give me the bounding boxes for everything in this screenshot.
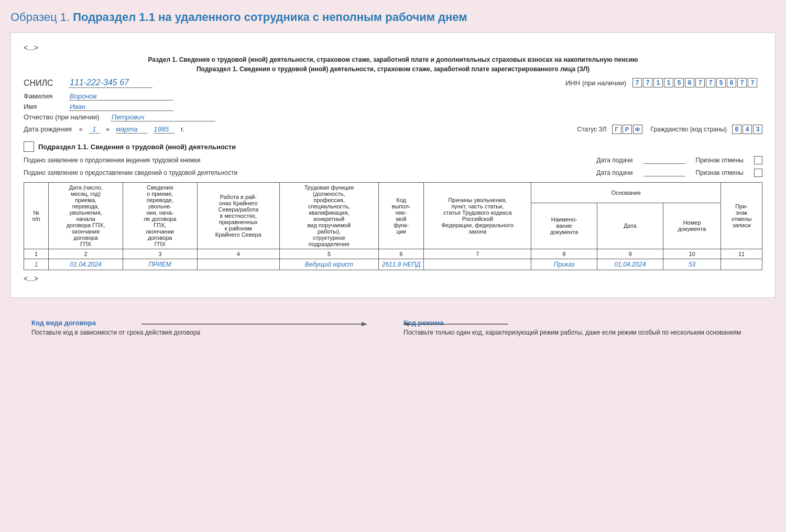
lastname-value: Воронов <box>69 92 173 101</box>
th-docname: Наимено-ваниедокумента <box>531 203 597 249</box>
annotation-right-text: Поставьте только один код, характеризующ… <box>403 329 755 336</box>
birth-status-row: Дата рождения « 1 » марта 1985 г. Статус… <box>24 125 762 134</box>
birthdate-year: 1985 <box>154 125 174 134</box>
inn-digit: 7 <box>706 78 715 87</box>
decl2-row: Подано заявление о предоставлении сведен… <box>24 169 762 177</box>
col-num-10: 10 <box>663 249 721 259</box>
birthdate-block: Дата рождения « 1 » марта 1985 г. <box>24 125 184 134</box>
snils-value: 111-222-345 67 <box>69 78 152 88</box>
decl1-right: Дата подачи Признак отмены <box>596 156 762 164</box>
patronymic-row: Отчество (при наличии) Петрович <box>24 113 762 121</box>
firstname-value: Иван <box>69 103 173 111</box>
th-docdate: Дата <box>597 203 663 249</box>
table-cell-3: ПРИЕМ <box>123 259 197 270</box>
decl1-date-field <box>643 157 685 164</box>
annotation-left-text: Поставьте код в зависимости от срока дей… <box>31 329 383 336</box>
lastname-row: Фамилия Воронов <box>24 92 762 101</box>
birthdate-day: 1 <box>89 125 100 134</box>
citizenship-digit: 3 <box>753 125 762 134</box>
snils-label: СНИЛС <box>24 79 66 88</box>
col-num-4: 4 <box>197 249 279 259</box>
th-basis: Основание <box>531 183 721 203</box>
inn-digit: 7 <box>695 78 705 87</box>
inn-digit: 7 <box>632 78 642 87</box>
col-num-8: 8 <box>531 249 597 259</box>
quote-close: » <box>106 125 110 133</box>
status-label: Статус ЗЛ <box>577 126 606 133</box>
annotation-left: Код вида договора Поставьте код в зависи… <box>31 319 383 336</box>
inn-digit: 7 <box>737 78 747 87</box>
status-digit: Ф <box>633 125 642 134</box>
table-cell-11 <box>721 259 762 270</box>
table-cell-8: Приказ <box>531 259 597 270</box>
table-cell-7 <box>424 259 531 270</box>
top-fields: СНИЛС 111-222-345 67 ИНН (при наличии) 7… <box>24 78 762 90</box>
right-fields: ИНН (при наличии) 771156775677 <box>390 78 762 87</box>
decl2-sign-label: Признак отмены <box>696 169 744 176</box>
inn-cells: 771156775677 <box>632 78 757 87</box>
form-container: <...> Раздел 1. Сведения о трудовой (ино… <box>10 32 776 298</box>
title-main: Подраздел 1.1 на удаленного сотрудника с… <box>73 10 467 24</box>
left-fields: СНИЛС 111-222-345 67 <box>24 78 390 90</box>
col-num-2: 2 <box>49 249 123 259</box>
title-prefix: Образец 1. <box>10 10 70 24</box>
table-cell-9: 01.04.2024 <box>597 259 663 270</box>
inn-row: ИНН (при наличии) 771156775677 <box>565 78 757 87</box>
subsection-header: Подраздел 1. Сведения о трудовой (иной) … <box>24 65 762 73</box>
section-header: Раздел 1. Сведения о трудовой (иной) дея… <box>24 56 762 63</box>
annotation-right-title: Код режима <box>403 319 755 327</box>
inn-digit: 7 <box>643 78 652 87</box>
decl1-sign-box <box>754 156 762 164</box>
annotations-section: Код вида договора Поставьте код в зависи… <box>10 319 776 336</box>
th-action: Сведенияо приеме,переводе,увольне-нии, н… <box>123 183 197 249</box>
table-cell-10: 53 <box>663 259 721 270</box>
col-num-3: 3 <box>123 249 197 259</box>
inn-digit: 1 <box>664 78 673 87</box>
decl2-date-label: Дата подачи <box>596 169 632 176</box>
status-citizenship-block: Статус ЗЛ ГРФ Гражданство (код страны) 6… <box>577 125 762 134</box>
snils-row: СНИЛС 111-222-345 67 <box>24 78 390 88</box>
table-cell-4 <box>197 259 279 270</box>
th-docnum: Номердокумента <box>663 203 721 249</box>
decl2-date-field <box>643 169 685 176</box>
birthdate-g: г. <box>181 125 184 133</box>
decl1-text: Подано заявление о продолжении ведения т… <box>24 157 201 164</box>
col-num-9: 9 <box>597 249 663 259</box>
page-title: Образец 1. Подраздел 1.1 на удаленного с… <box>10 10 776 24</box>
table-row: 101.04.2024ПРИЕМВедущий юрист2611.8 НЕПД… <box>24 259 762 270</box>
decl1-sign-label: Признак отмены <box>696 157 744 164</box>
table-cell-2: 01.04.2024 <box>49 259 123 270</box>
th-reason: Причины увольнения,пункт, часть статьи,с… <box>424 183 531 249</box>
annotations: Код вида договора Поставьте код в зависи… <box>26 319 760 336</box>
col-num-11: 11 <box>721 249 762 259</box>
citizenship-digit: 4 <box>743 125 752 134</box>
ellipsis-top: <...> <box>24 43 762 52</box>
table-cell-5: Ведущий юрист <box>279 259 378 270</box>
col-num-1: 1 <box>24 249 49 259</box>
table-col-numbers: 1 2 3 4 5 6 7 8 9 10 11 <box>24 249 762 259</box>
decl2-right: Дата подачи Признак отмены <box>596 169 762 177</box>
th-north: Работа в рай-онах КрайнегоСевера/работав… <box>197 183 279 249</box>
birthdate-label: Дата рождения <box>24 125 72 133</box>
th-num: №п/п <box>24 183 49 249</box>
inn-digit: 1 <box>653 78 663 87</box>
inn-digit: 6 <box>685 78 694 87</box>
firstname-row: Имя Иван <box>24 103 762 111</box>
inn-digit: 5 <box>674 78 684 87</box>
status-cells: ГРФ <box>612 125 642 134</box>
citizenship-cells: 643 <box>732 125 762 134</box>
ellipsis-bottom: <...> <box>24 274 762 283</box>
quote-open: « <box>79 125 83 133</box>
patronymic-label: Отчество (при наличии) <box>24 113 107 121</box>
inn-digit: 5 <box>716 78 726 87</box>
citizenship-digit: 6 <box>732 125 741 134</box>
citizenship-label: Гражданство (код страны) <box>651 126 727 133</box>
decl1-date-label: Дата подачи <box>596 157 632 164</box>
annotation-right: Код режима Поставьте только один код, ха… <box>403 319 755 336</box>
firstname-label: Имя <box>24 103 66 110</box>
inn-digit: 7 <box>748 78 757 87</box>
birthdate-month: марта <box>116 125 147 134</box>
status-digit: Г <box>612 125 621 134</box>
annotation-left-title: Код вида договора <box>31 319 383 327</box>
inn-digit: 6 <box>727 78 736 87</box>
